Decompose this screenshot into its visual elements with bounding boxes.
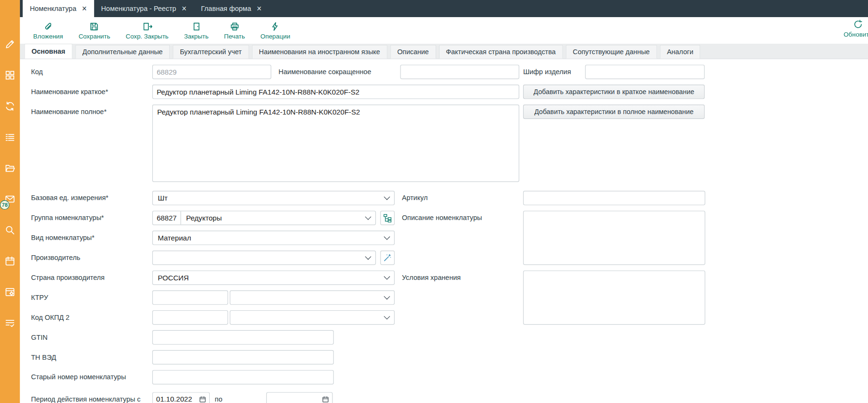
operations-label: Операции (261, 33, 291, 39)
save-close-button[interactable]: Сохр. Закрыть (126, 21, 168, 39)
calendar-small-icon (322, 396, 329, 403)
sidebar-mail-button[interactable]: 78 (0, 183, 20, 214)
grid-icon (4, 70, 15, 81)
toolbar: Вложения Сохранить Сохр. Закрыть Закрыть… (20, 17, 868, 44)
sidebar-edit-button[interactable] (0, 29, 20, 60)
window-tab-glavnaya-forma[interactable]: Главная форма × (194, 0, 269, 17)
window-tab-bar: Номенклатура × Номенклатура - Реестр × Г… (20, 0, 868, 17)
tab-label: Главная форма (201, 5, 252, 12)
window-tab-nomenklatura-reestr[interactable]: Номенклатура - Реестр × (94, 0, 194, 17)
ktru-select[interactable] (230, 290, 395, 305)
save-label: Сохранить (78, 33, 110, 39)
attachments-button[interactable]: Вложения (33, 21, 63, 39)
sidebar-sync-button[interactable] (0, 91, 20, 122)
floppy-icon (89, 21, 99, 31)
cipher-input[interactable] (585, 65, 704, 79)
save-close-label: Сохр. Закрыть (126, 33, 168, 39)
tab-close-icon[interactable]: × (257, 4, 262, 12)
tab-close-icon[interactable]: × (82, 4, 87, 12)
field-label-storage: Условия хранения (402, 274, 461, 281)
refresh-button[interactable]: Обновить (837, 19, 868, 38)
sidebar-search-button[interactable] (0, 215, 20, 246)
window-tab-nomenklatura[interactable]: Номенклатура × (23, 0, 94, 17)
field-label-old-number: Старый номер номенклатуры (31, 374, 126, 381)
kind-select[interactable]: Материал (152, 230, 395, 245)
group-value: Редукторы (186, 214, 366, 222)
group-select[interactable]: 68827 Редукторы (152, 211, 376, 225)
group-tree-button[interactable] (380, 211, 395, 225)
print-button[interactable]: Печать (224, 21, 245, 39)
chevron-down-icon (384, 194, 390, 200)
field-label-name-full: Наименование полное* (31, 108, 107, 115)
search-icon (4, 225, 15, 236)
chevron-down-icon (365, 214, 371, 220)
sidebar-registry-button[interactable] (0, 122, 20, 153)
name-full-textarea[interactable]: Редуктор планетарный Liming FA142-10N-R8… (152, 105, 519, 182)
field-label-okpd2: Код ОКПД 2 (31, 314, 69, 321)
sidebar-planner-button[interactable] (0, 277, 20, 307)
description-textarea[interactable] (523, 211, 705, 265)
sidebar-documents-button[interactable] (0, 153, 20, 183)
close-button[interactable]: Закрыть (184, 21, 209, 39)
sidebar-modules-button[interactable] (0, 60, 20, 91)
tree-icon (383, 213, 392, 222)
tab-label: Номенклатура (30, 5, 77, 12)
country-select[interactable]: РОССИЯ (152, 270, 395, 285)
chevron-down-icon (384, 234, 390, 240)
add-characteristics-full-button[interactable]: Добавить характеристики в полное наимено… (523, 105, 705, 119)
okpd2-code-input[interactable] (152, 310, 228, 325)
tab-inostrannye-naimenovaniya[interactable]: Наименования на иностранном языке (252, 45, 387, 58)
door-icon (191, 21, 201, 31)
sync-icon (4, 101, 15, 112)
short-name-input[interactable] (400, 65, 519, 79)
name-short-input[interactable] (152, 85, 519, 99)
tab-osnovnaya[interactable]: Основная (24, 44, 72, 58)
group-code-value: 68827 (153, 211, 181, 225)
field-label-ktru: КТРУ (31, 294, 48, 301)
sidebar-tasks-button[interactable] (0, 307, 20, 338)
base-unit-select[interactable]: Шт (152, 191, 395, 205)
country-value: РОССИЯ (158, 274, 385, 282)
tab-label: Номенклатура - Реестр (101, 5, 176, 12)
tab-fakticheskaya-strana[interactable]: Фактическая страна производства (439, 45, 563, 58)
checklist-icon (4, 317, 15, 328)
article-input[interactable] (523, 191, 705, 205)
app-sidebar: 78 (0, 0, 20, 403)
field-label-country: Страна производителя (31, 274, 105, 281)
tab-buhgalterskiy-uchet[interactable]: Бухгалтерский учет (173, 45, 249, 58)
printer-icon (230, 21, 240, 31)
chevron-down-icon (384, 293, 390, 299)
storage-textarea[interactable] (523, 270, 705, 325)
field-label-gtin: GTIN (31, 334, 48, 341)
field-label-name-short: Наименование краткое* (31, 88, 108, 96)
validity-to-input[interactable] (266, 392, 333, 403)
tab-soputstvuyushchie-dannye[interactable]: Сопутствующие данные (566, 45, 657, 58)
manufacturer-wizard-button[interactable] (380, 250, 395, 265)
okpd2-select[interactable] (230, 310, 395, 325)
sidebar-calendar-button[interactable] (0, 246, 20, 277)
form-tab-strip: Основная Дополнительные данные Бухгалтер… (20, 44, 868, 59)
field-label-kind: Вид номенклатуры* (31, 234, 95, 241)
chevron-down-icon (365, 253, 371, 259)
folder-icon (4, 163, 15, 173)
field-label-article: Артикул (402, 194, 428, 202)
manufacturer-select[interactable] (152, 250, 376, 265)
validity-from-input[interactable]: 01.10.2022 (152, 392, 210, 403)
tab-close-icon[interactable]: × (182, 4, 186, 12)
ktru-code-input[interactable] (152, 290, 228, 305)
mail-count-badge: 78 (0, 200, 10, 210)
add-characteristics-short-button[interactable]: Добавить характеристики в краткое наимен… (523, 85, 705, 99)
operations-button[interactable]: Операции (261, 21, 291, 39)
lightning-icon (270, 21, 280, 31)
code-input[interactable] (152, 65, 271, 79)
tab-opisanie[interactable]: Описание (390, 45, 436, 58)
app-viewport: 78 Номенклатура × Номенклатура - Реестр … (0, 0, 868, 403)
field-label-code: Код (31, 68, 43, 76)
save-button[interactable]: Сохранить (78, 21, 110, 39)
tnved-input[interactable] (152, 350, 334, 365)
tab-dopolnitelnye-dannye[interactable]: Дополнительные данные (75, 45, 170, 58)
gtin-input[interactable] (152, 330, 334, 345)
old-number-input[interactable] (152, 370, 334, 384)
calendar-icon (4, 256, 15, 267)
tab-analogi[interactable]: Аналоги (660, 45, 701, 58)
